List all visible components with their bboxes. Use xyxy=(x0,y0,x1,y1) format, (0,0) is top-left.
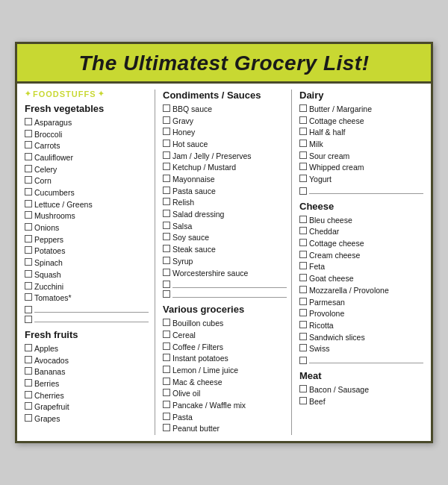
blank-line-dairy-1 xyxy=(299,187,423,195)
checkbox[interactable] xyxy=(299,397,307,404)
checkbox[interactable] xyxy=(163,389,170,396)
checkbox[interactable] xyxy=(25,344,32,351)
checkbox[interactable] xyxy=(163,342,170,350)
item-label: Potatoes xyxy=(34,245,149,257)
checkbox[interactable] xyxy=(163,198,170,205)
checkbox[interactable] xyxy=(25,188,32,195)
checkbox[interactable] xyxy=(25,246,32,254)
item-label: Lettuce / Greens xyxy=(34,199,149,210)
checkbox[interactable] xyxy=(163,222,170,229)
checkbox[interactable] xyxy=(299,321,307,328)
checkbox[interactable] xyxy=(25,223,32,231)
checkbox[interactable] xyxy=(25,379,32,387)
checkbox[interactable] xyxy=(163,269,170,276)
checkbox[interactable] xyxy=(299,227,307,234)
checkbox[interactable] xyxy=(163,175,170,182)
checkbox[interactable] xyxy=(25,130,32,137)
item-label: Mushrooms xyxy=(34,210,149,222)
checkbox[interactable] xyxy=(25,367,32,375)
checkbox[interactable] xyxy=(299,239,307,246)
checkbox[interactable] xyxy=(299,344,307,351)
checkbox[interactable] xyxy=(163,319,170,326)
checkbox[interactable] xyxy=(25,200,32,207)
checkbox[interactable] xyxy=(25,282,32,290)
meat-title: Meat xyxy=(299,370,423,381)
item-label: Grapes xyxy=(34,413,149,425)
checkbox[interactable] xyxy=(299,274,307,281)
blank-underline xyxy=(34,315,149,322)
list-item: Mayonnaise xyxy=(163,174,287,185)
checkbox[interactable] xyxy=(163,281,170,288)
item-label: Steak sauce xyxy=(172,244,287,255)
checkbox[interactable] xyxy=(25,165,32,172)
checkbox[interactable] xyxy=(299,151,307,159)
checkbox[interactable] xyxy=(299,104,307,112)
checkbox[interactable] xyxy=(25,118,32,125)
item-label: Cherries xyxy=(34,390,149,401)
list-item: Syrup xyxy=(163,256,287,267)
checkbox[interactable] xyxy=(299,116,307,124)
checkbox[interactable] xyxy=(163,128,170,135)
checkbox[interactable] xyxy=(163,413,170,420)
checkbox[interactable] xyxy=(163,424,170,431)
checkbox[interactable] xyxy=(163,210,170,217)
checkbox[interactable] xyxy=(299,163,307,170)
blank-line-veg-2 xyxy=(25,315,149,323)
checkbox[interactable] xyxy=(163,140,170,147)
checkbox[interactable] xyxy=(25,414,32,422)
list-item: Mushrooms xyxy=(25,210,149,222)
checkbox[interactable] xyxy=(299,333,307,340)
checkbox[interactable] xyxy=(25,391,32,398)
checkbox[interactable] xyxy=(25,356,32,363)
checkbox[interactable] xyxy=(25,176,32,184)
checkbox[interactable] xyxy=(25,211,32,219)
checkbox[interactable] xyxy=(299,309,307,316)
checkbox[interactable] xyxy=(25,316,32,323)
checkbox[interactable] xyxy=(163,378,170,385)
list-item: Asparagus xyxy=(25,117,149,128)
item-label: Cereal xyxy=(172,330,287,341)
checkbox[interactable] xyxy=(299,262,307,269)
checkbox[interactable] xyxy=(163,163,170,170)
checkbox[interactable] xyxy=(299,140,307,147)
checkbox[interactable] xyxy=(163,290,170,298)
checkbox[interactable] xyxy=(299,385,307,392)
checkbox[interactable] xyxy=(163,116,170,124)
checkbox[interactable] xyxy=(299,357,307,364)
checkbox[interactable] xyxy=(25,270,32,278)
item-label: Whipped cream xyxy=(309,162,423,173)
checkbox[interactable] xyxy=(25,258,32,266)
checkbox[interactable] xyxy=(299,128,307,135)
list-item: Instant potatoes xyxy=(163,353,287,364)
checkbox[interactable] xyxy=(25,141,32,148)
checkbox[interactable] xyxy=(163,245,170,252)
checkbox[interactable] xyxy=(299,251,307,258)
checkbox[interactable] xyxy=(299,286,307,293)
checkbox[interactable] xyxy=(299,187,307,195)
checkbox[interactable] xyxy=(163,233,170,240)
checkbox[interactable] xyxy=(25,402,32,410)
checkbox[interactable] xyxy=(163,257,170,264)
checkbox[interactable] xyxy=(299,298,307,305)
checkbox[interactable] xyxy=(299,175,307,182)
checkbox[interactable] xyxy=(299,216,307,223)
checkbox[interactable] xyxy=(163,331,170,338)
various-groceries-title: Various groceries xyxy=(163,304,287,315)
checkbox[interactable] xyxy=(25,153,32,160)
item-label: BBQ sauce xyxy=(172,104,287,115)
checkbox[interactable] xyxy=(163,366,170,373)
checkbox[interactable] xyxy=(163,151,170,159)
checkbox[interactable] xyxy=(163,104,170,112)
checkbox[interactable] xyxy=(25,306,32,313)
checkbox[interactable] xyxy=(163,354,170,361)
list-item: Bacon / Sausage xyxy=(299,384,423,395)
checkbox[interactable] xyxy=(163,187,170,194)
checkbox[interactable] xyxy=(25,293,32,301)
list-item: Parmesan xyxy=(299,297,423,308)
list-item: Bananas xyxy=(25,366,149,378)
checkbox[interactable] xyxy=(25,235,32,242)
foodstuffs-label: ✦ FOODSTUFFS ✦ xyxy=(25,90,149,98)
checkbox[interactable] xyxy=(163,401,170,408)
diamond-icon-left: ✦ xyxy=(25,90,31,98)
list-item: Sandwich slices xyxy=(299,332,423,343)
